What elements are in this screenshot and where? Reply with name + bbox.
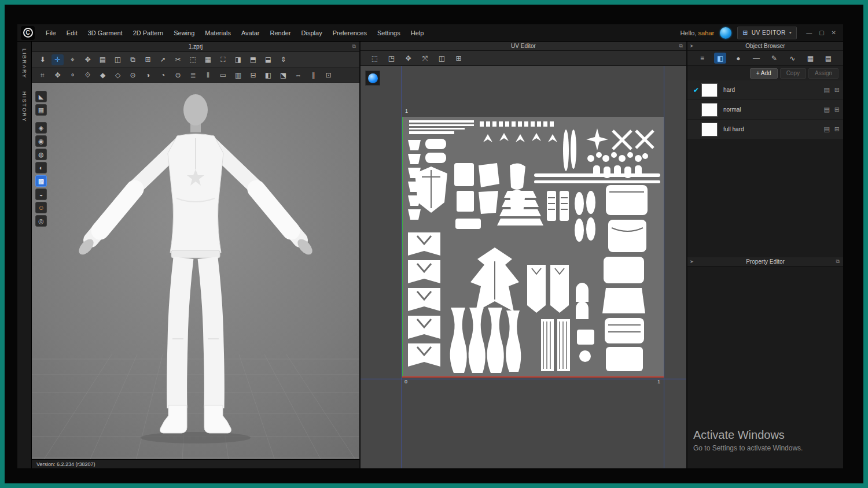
- minimize-button[interactable]: —: [806, 29, 812, 36]
- tool-icon[interactable]: ▦: [202, 54, 214, 65]
- fabric-icon[interactable]: ▤: [823, 106, 829, 113]
- tool-icon[interactable]: ➚: [157, 54, 169, 65]
- display-toggle-icon[interactable]: ◈: [35, 122, 47, 134]
- tool-icon[interactable]: ⊜: [172, 69, 184, 80]
- assign-button[interactable]: Assign: [808, 68, 838, 79]
- fabric-icon[interactable]: ▤: [823, 125, 829, 133]
- tool-icon[interactable]: ⬔: [277, 69, 289, 80]
- uv-tool-icon[interactable]: ⊞: [453, 53, 465, 64]
- popout-icon[interactable]: ⧉: [836, 258, 840, 265]
- display-toggle-icon[interactable]: ◉: [35, 135, 47, 147]
- project-tab[interactable]: 1.zprj: [189, 43, 203, 50]
- tool-icon[interactable]: ⊞: [142, 54, 154, 65]
- uv-tool-icon[interactable]: ◳: [385, 53, 398, 64]
- tool-icon[interactable]: ▤: [97, 54, 109, 65]
- material-swatch[interactable]: [701, 123, 718, 136]
- display-toggle-icon[interactable]: ☺: [35, 202, 47, 213]
- menu-item[interactable]: Settings: [372, 24, 406, 42]
- uv-tool-icon[interactable]: ◫: [436, 53, 448, 64]
- tool-icon[interactable]: ✥: [52, 69, 64, 80]
- object-browser-tab-icon[interactable]: ●: [732, 53, 744, 64]
- account-sync-icon[interactable]: [720, 27, 731, 39]
- popout-icon[interactable]: ⧉: [352, 43, 356, 50]
- uv-canvas[interactable]: 1: [361, 66, 686, 468]
- close-button[interactable]: ✕: [832, 29, 836, 36]
- tool-icon[interactable]: ∥: [307, 69, 319, 80]
- uv-unit-square[interactable]: [402, 117, 664, 376]
- tool-icon[interactable]: ⊟: [247, 69, 259, 80]
- tool-icon[interactable]: ◑: [142, 69, 154, 80]
- tool-icon[interactable]: ⌖: [67, 54, 79, 65]
- collapse-arrow-icon[interactable]: ➤: [690, 43, 694, 49]
- tool-icon[interactable]: ⬓: [262, 54, 274, 65]
- tool-icon[interactable]: ⫴: [202, 69, 214, 80]
- tool-icon[interactable]: ⇔: [292, 69, 304, 80]
- display-toggle-icon[interactable]: ◐: [35, 162, 47, 173]
- display-toggle-icon[interactable]: ◒: [35, 188, 47, 200]
- menu-item[interactable]: 2D Pattern: [128, 24, 169, 42]
- display-toggle-icon[interactable]: ◍: [35, 149, 47, 160]
- tool-icon[interactable]: ⊡: [322, 69, 334, 80]
- object-browser-tab-icon[interactable]: ▦: [804, 53, 816, 64]
- display-toggle-icon[interactable]: ◣: [35, 91, 47, 102]
- texture-icon[interactable]: ⊞: [834, 125, 840, 133]
- object-browser-tab-icon[interactable]: ≡: [696, 53, 708, 64]
- tool-icon[interactable]: ≣: [187, 69, 199, 80]
- copy-button[interactable]: Copy: [780, 68, 806, 79]
- menu-item[interactable]: 3D Garment: [83, 24, 128, 42]
- object-browser-tab-icon[interactable]: ▤: [822, 53, 834, 64]
- menu-item[interactable]: Avatar: [236, 24, 265, 42]
- material-swatch[interactable]: [701, 83, 718, 97]
- texture-icon[interactable]: ⊞: [834, 106, 840, 113]
- uv-tool-icon[interactable]: ⬚: [369, 53, 381, 64]
- menu-item[interactable]: Edit: [61, 24, 83, 42]
- uv-tool-icon[interactable]: ⤧: [419, 53, 431, 64]
- material-row[interactable]: full hard ▤⊞: [687, 120, 843, 139]
- tool-icon[interactable]: ◨: [232, 54, 244, 65]
- material-row[interactable]: normal ▤⊞: [687, 100, 843, 120]
- tool-icon[interactable]: ▭: [217, 69, 229, 80]
- object-browser-tab-icon[interactable]: ∿: [786, 53, 799, 64]
- tool-icon[interactable]: ◔: [157, 69, 169, 80]
- object-browser-tab-icon[interactable]: ◧: [714, 53, 726, 64]
- fabric-icon[interactable]: ▤: [823, 86, 829, 94]
- tool-icon[interactable]: ◫: [112, 54, 124, 65]
- tool-icon[interactable]: ◆: [97, 69, 109, 80]
- tool-icon[interactable]: ✂: [172, 54, 184, 65]
- material-swatch[interactable]: [701, 103, 718, 117]
- menu-item[interactable]: File: [41, 24, 61, 42]
- history-tab[interactable]: HISTORY: [21, 91, 27, 123]
- tool-icon[interactable]: ◧: [262, 69, 274, 80]
- app-logo-icon[interactable]: C: [21, 26, 35, 40]
- menu-item[interactable]: Render: [265, 24, 296, 42]
- popout-icon[interactable]: ⧉: [679, 43, 683, 49]
- display-toggle-icon[interactable]: ▩: [35, 175, 47, 187]
- tool-icon[interactable]: ⟐: [82, 69, 94, 80]
- scene-3d[interactable]: ◣▦◈◉◍◐▩◒☺◎: [32, 83, 359, 459]
- menu-item[interactable]: Help: [406, 24, 429, 42]
- tool-icon[interactable]: ⌗: [36, 69, 49, 80]
- tool-icon[interactable]: ⬇: [36, 54, 49, 65]
- tool-icon[interactable]: ✛: [52, 54, 64, 65]
- tool-icon[interactable]: ✥: [82, 54, 94, 65]
- collapse-arrow-icon[interactable]: ➤: [690, 259, 694, 264]
- menu-item[interactable]: Preferences: [328, 24, 372, 42]
- maximize-button[interactable]: ▢: [819, 29, 824, 36]
- object-browser-tab-icon[interactable]: ✎: [768, 53, 781, 64]
- material-sphere-thumb[interactable]: [365, 71, 380, 86]
- object-browser-tab-icon[interactable]: ―: [750, 53, 762, 64]
- menu-item[interactable]: Sewing: [168, 24, 200, 42]
- material-row[interactable]: ✔ hard ▤⊞: [687, 80, 843, 100]
- tool-icon[interactable]: ▥: [232, 69, 244, 80]
- tool-icon[interactable]: ⊙: [127, 69, 139, 80]
- tool-icon[interactable]: ⧉: [127, 54, 139, 65]
- uv-tool-icon[interactable]: ✥: [402, 53, 414, 64]
- display-toggle-icon[interactable]: ◎: [35, 215, 47, 227]
- tool-icon[interactable]: ⇕: [277, 54, 289, 65]
- user-name[interactable]: sahar: [698, 29, 715, 36]
- menu-item[interactable]: Materials: [200, 24, 236, 42]
- tool-icon[interactable]: ⚬: [67, 69, 79, 80]
- add-button[interactable]: + Add: [750, 68, 778, 79]
- tool-icon[interactable]: ⬚: [187, 54, 199, 65]
- tool-icon[interactable]: ⛶: [217, 54, 229, 65]
